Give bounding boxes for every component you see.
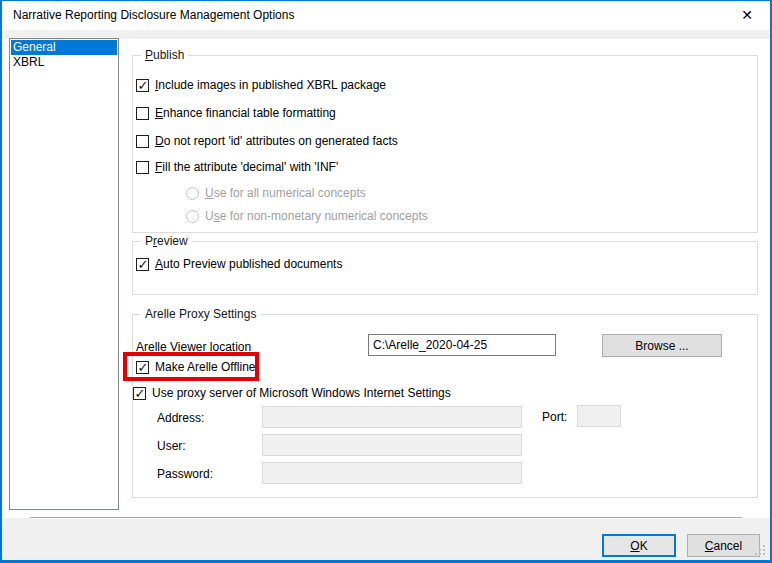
dialog-title: Narrative Reporting Disclosure Managemen… (13, 8, 294, 22)
sidebar-item-general[interactable]: General (11, 40, 117, 55)
checkbox-fill-decimal-inf[interactable]: Fill the attribute 'decimal' with 'INF' (136, 160, 338, 175)
checkbox-label: Include images in published XBRL package (155, 78, 386, 93)
checkbox-enhance-formatting[interactable]: Enhance financial table formatting (136, 106, 336, 121)
checkbox-include-images[interactable]: Include images in published XBRL package (136, 78, 386, 93)
radio-label: Use for all numerical concepts (205, 186, 366, 201)
checkbox-label: Enhance financial table formatting (155, 106, 336, 121)
checkbox-label: Fill the attribute 'decimal' with 'INF' (155, 160, 338, 175)
checkbox-use-proxy-server[interactable]: Use proxy server of Microsoft Windows In… (133, 386, 451, 401)
viewer-location-label: Arelle Viewer location (136, 340, 251, 354)
options-dialog: Narrative Reporting Disclosure Managemen… (2, 1, 770, 560)
checkbox-auto-preview[interactable]: Auto Preview published documents (136, 257, 342, 272)
viewer-location-input[interactable] (368, 334, 556, 356)
checkbox-icon (136, 161, 149, 174)
checkbox-no-id-attributes[interactable]: Do not report 'id' attributes on generat… (136, 134, 398, 149)
radio-label: Use for non-monetary numerical concepts (205, 209, 428, 224)
user-label: User: (157, 439, 186, 453)
publish-group-title: Publish (141, 48, 188, 62)
cancel-button[interactable]: Cancel (687, 534, 760, 557)
sidebar-item-xbrl[interactable]: XBRL (11, 55, 117, 70)
ok-button[interactable]: OK (602, 534, 676, 557)
user-input (262, 434, 522, 456)
preview-group-title: Preview (141, 234, 192, 248)
password-label: Password: (157, 467, 213, 481)
checkbox-label: Make Arelle Offline (155, 360, 256, 375)
port-input (577, 405, 621, 427)
window-frame: Narrative Reporting Disclosure Managemen… (0, 0, 772, 563)
checkbox-label: Use proxy server of Microsoft Windows In… (152, 386, 451, 401)
footer-separator (30, 517, 742, 519)
checkbox-icon (136, 107, 149, 120)
radio-icon (186, 187, 199, 200)
password-input (262, 462, 522, 484)
checkbox-icon (136, 79, 149, 92)
checkbox-icon (136, 361, 149, 374)
radio-icon (186, 210, 199, 223)
checkbox-label: Auto Preview published documents (155, 257, 342, 272)
category-listbox: General XBRL (9, 38, 119, 510)
checkbox-label: Do not report 'id' attributes on generat… (155, 134, 398, 149)
checkbox-icon (133, 387, 146, 400)
checkbox-icon (136, 135, 149, 148)
checkbox-icon (136, 258, 149, 271)
radio-use-all-numerical: Use for all numerical concepts (186, 186, 366, 201)
title-bar: Narrative Reporting Disclosure Managemen… (2, 1, 770, 30)
arelle-group-title: Arelle Proxy Settings (141, 307, 260, 321)
checkbox-make-arelle-offline[interactable]: Make Arelle Offline (136, 360, 256, 375)
resize-grip[interactable] (763, 553, 765, 555)
radio-use-non-monetary: Use for non-monetary numerical concepts (186, 209, 428, 224)
browse-button[interactable]: Browse ... (602, 334, 722, 357)
address-input (262, 406, 522, 428)
close-icon[interactable]: ✕ (735, 5, 759, 26)
port-label: Port: (542, 410, 567, 424)
address-label: Address: (157, 411, 204, 425)
